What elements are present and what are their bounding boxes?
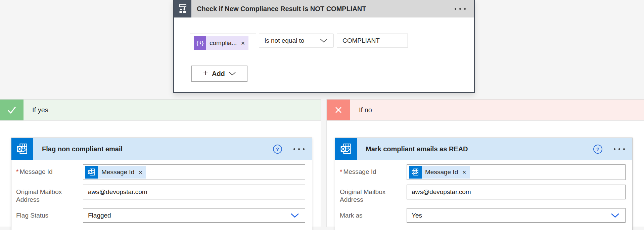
condition-menu-button[interactable] bbox=[454, 6, 466, 12]
message-id-input[interactable]: Message Id ✕ bbox=[83, 164, 305, 180]
field-row-flag-status: Flag Status Flagged bbox=[16, 208, 305, 223]
original-mailbox-address-input[interactable]: aws@devopstar.com bbox=[407, 185, 626, 199]
mark-as-dropdown[interactable]: Yes bbox=[407, 208, 626, 223]
token-remove-button[interactable]: ✕ bbox=[240, 41, 248, 46]
required-asterisk: * bbox=[16, 168, 18, 175]
flag-status-dropdown[interactable]: Flagged bbox=[83, 208, 305, 223]
token-remove-button[interactable]: ✕ bbox=[138, 170, 146, 175]
dynamic-content-token[interactable]: { } complia... ✕ bbox=[194, 36, 248, 50]
original-mailbox-address-input[interactable]: aws@devopstar.com bbox=[83, 185, 305, 199]
field-label: *Message Id bbox=[340, 164, 402, 180]
if-no-label: If no bbox=[359, 106, 372, 114]
if-yes-label: If yes bbox=[32, 106, 48, 114]
action-card-header[interactable]: Mark compliant emails as READ ? bbox=[335, 138, 632, 160]
field-label: Mark as bbox=[340, 208, 402, 223]
x-icon bbox=[327, 100, 350, 120]
field-label: Flag Status bbox=[16, 208, 78, 223]
card-body: *Message Id bbox=[11, 160, 312, 230]
add-condition-button[interactable]: + Add bbox=[191, 66, 247, 82]
if-no-header[interactable]: If no bbox=[327, 99, 644, 121]
condition-card-header[interactable]: Check if New Compliance Result is NOT CO… bbox=[174, 0, 474, 17]
condition-title: Check if New Compliance Result is NOT CO… bbox=[197, 5, 366, 13]
outlook-icon bbox=[85, 166, 98, 179]
add-button-label: Add bbox=[212, 70, 225, 78]
field-row-original-mailbox: Original Mailbox Address aws@devopstar.c… bbox=[16, 185, 305, 203]
help-icon[interactable]: ? bbox=[273, 145, 282, 154]
token-label: complia... bbox=[206, 39, 240, 47]
expression-icon: { } bbox=[194, 36, 206, 50]
action-card-title: Mark compliant emails as READ bbox=[366, 145, 468, 153]
token-remove-button[interactable]: ✕ bbox=[461, 170, 470, 175]
chevron-down-icon bbox=[229, 72, 236, 76]
chevron-down-icon bbox=[290, 213, 300, 218]
condition-body: { } complia... ✕ is not equal to COMPLIA… bbox=[174, 17, 474, 82]
condition-branch-icon bbox=[174, 0, 191, 17]
help-icon[interactable]: ? bbox=[593, 145, 602, 154]
field-label: *Message Id bbox=[16, 164, 78, 180]
field-label: Original Mailbox Address bbox=[340, 185, 402, 203]
token-label: Message Id bbox=[422, 168, 461, 176]
if-yes-header[interactable]: If yes bbox=[0, 99, 321, 121]
card-actions: ? bbox=[273, 145, 305, 154]
action-card-title: Flag non compliant email bbox=[42, 145, 123, 153]
action-card-header[interactable]: Flag non compliant email ? bbox=[11, 138, 312, 160]
message-id-token[interactable]: Message Id ✕ bbox=[85, 166, 146, 179]
required-asterisk: * bbox=[340, 168, 342, 175]
outlook-icon bbox=[11, 138, 33, 160]
field-row-message-id: *Message Id bbox=[340, 164, 626, 180]
condition-card: Check if New Compliance Result is NOT CO… bbox=[173, 0, 475, 93]
condition-operator-dropdown[interactable]: is not equal to bbox=[259, 34, 333, 47]
plus-icon: + bbox=[203, 68, 208, 78]
field-label: Original Mailbox Address bbox=[16, 185, 78, 203]
card-body: *Message Id bbox=[335, 160, 632, 230]
outlook-icon bbox=[335, 138, 357, 160]
outlook-icon bbox=[409, 166, 422, 179]
flow-canvas: Check if New Compliance Result is NOT CO… bbox=[0, 0, 644, 230]
card-menu-button[interactable] bbox=[293, 146, 305, 152]
check-icon bbox=[0, 100, 24, 120]
field-row-mark-as: Mark as Yes bbox=[340, 208, 626, 223]
message-id-input[interactable]: Message Id ✕ bbox=[407, 164, 626, 180]
condition-value-text: COMPLIANT bbox=[342, 37, 380, 44]
card-actions: ? bbox=[593, 145, 626, 154]
card-menu-button[interactable] bbox=[613, 146, 626, 152]
if-no-branch: If no bbox=[326, 99, 644, 227]
field-row-original-mailbox: Original Mailbox Address aws@devopstar.c… bbox=[340, 185, 626, 203]
token-label: Message Id bbox=[98, 168, 138, 176]
message-id-token[interactable]: Message Id ✕ bbox=[409, 166, 470, 179]
field-row-message-id: *Message Id bbox=[16, 164, 305, 180]
action-card-mark-compliant-read: Mark compliant emails as READ ? *Message… bbox=[335, 138, 633, 230]
condition-left-operand-input[interactable]: { } complia... ✕ bbox=[190, 34, 256, 61]
condition-value-input[interactable]: COMPLIANT bbox=[337, 34, 408, 47]
action-card-flag-non-compliant-email: Flag non compliant email ? *Message Id bbox=[11, 138, 312, 230]
chevron-down-icon bbox=[610, 213, 620, 218]
chevron-down-icon bbox=[320, 38, 328, 43]
if-yes-branch: If yes bbox=[0, 99, 321, 227]
condition-row: { } complia... ✕ is not equal to COMPLIA… bbox=[190, 34, 474, 61]
operator-value: is not equal to bbox=[265, 37, 304, 44]
